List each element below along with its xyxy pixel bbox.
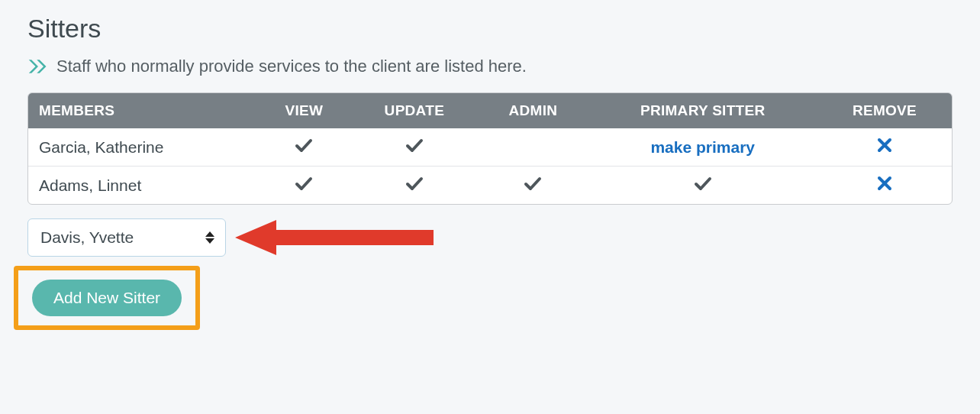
cell-admin <box>478 167 588 205</box>
header-remove: REMOVE <box>817 93 952 128</box>
header-view: VIEW <box>257 93 350 128</box>
cell-remove <box>817 167 952 205</box>
check-icon <box>694 176 712 191</box>
svg-marker-4 <box>235 220 434 255</box>
check-icon <box>405 137 424 153</box>
member-name: Adams, Linnet <box>28 167 257 205</box>
cell-admin <box>478 128 588 167</box>
select-caret-icon <box>205 231 214 244</box>
remove-icon[interactable] <box>877 176 892 191</box>
remove-icon[interactable] <box>877 137 892 153</box>
highlight-box: Add New Sitter <box>14 266 200 330</box>
check-icon <box>524 176 542 191</box>
cell-update <box>350 128 478 167</box>
cell-view <box>257 128 350 167</box>
check-icon <box>405 176 424 191</box>
sitter-select-value: Davis, Yvette <box>40 228 134 246</box>
cell-update <box>350 167 478 205</box>
add-new-sitter-button[interactable]: Add New Sitter <box>32 280 182 316</box>
cell-primary <box>588 167 817 205</box>
header-primary: PRIMARY SITTER <box>588 93 817 128</box>
page-title: Sitters <box>27 14 953 44</box>
check-icon <box>295 176 313 191</box>
cell-primary: make primary <box>588 128 817 167</box>
sitters-table: MEMBERS VIEW UPDATE ADMIN PRIMARY SITTER… <box>27 92 953 205</box>
member-name: Garcia, Katherine <box>28 128 257 167</box>
cell-view <box>257 167 350 205</box>
subtitle-row: Staff who normally provide services to t… <box>27 56 953 77</box>
sitter-select[interactable]: Davis, Yvette <box>27 218 226 257</box>
table-row: Adams, Linnet <box>28 167 952 205</box>
check-icon <box>295 137 313 153</box>
header-admin: ADMIN <box>478 93 588 128</box>
table-row: Garcia, Katherine make primary <box>28 128 952 167</box>
make-primary-link[interactable]: make primary <box>650 138 755 156</box>
header-members: MEMBERS <box>28 93 257 128</box>
chevrons-right-icon <box>27 56 49 77</box>
arrow-left-icon <box>235 220 434 255</box>
subtitle-text: Staff who normally provide services to t… <box>56 57 527 76</box>
header-update: UPDATE <box>350 93 478 128</box>
cell-remove <box>817 128 952 167</box>
